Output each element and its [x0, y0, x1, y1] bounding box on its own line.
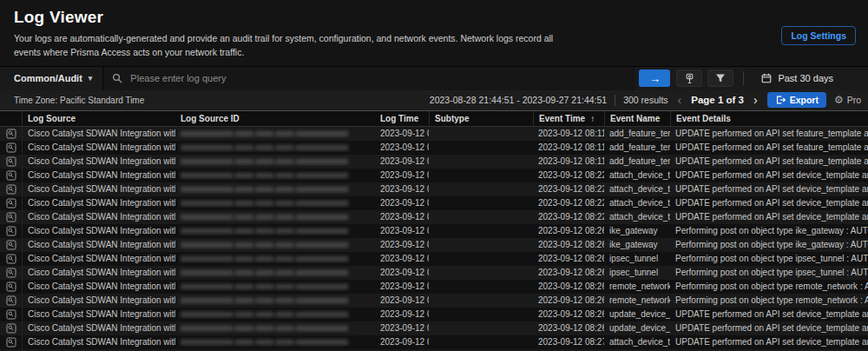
cell-log-time: 2023-09-12 0... [375, 184, 429, 194]
log-source-id-masked: xxxxxxxxxxxx-xxxx-xxxx-xxxx-xxxxxxxxxxxx [181, 142, 348, 152]
cell-event-name: add_feature_tem... [604, 142, 670, 152]
row-detail-button[interactable] [0, 210, 23, 224]
table-row[interactable]: Cisco Catalyst SDWAN Integration with Pr… [0, 238, 868, 252]
row-detail-button[interactable] [0, 266, 23, 280]
table-row[interactable]: Cisco Catalyst SDWAN Integration with Pr… [0, 210, 868, 224]
row-detail-button[interactable] [0, 238, 23, 252]
cell-log-source: Cisco Catalyst SDWAN Integration with Pr… [23, 295, 175, 305]
table-header-row: Log Source Log Source ID Log Time ≡ Subt… [0, 111, 868, 127]
view-log-details-icon [6, 129, 16, 139]
query-box [103, 67, 635, 90]
view-log-details-icon [6, 170, 16, 181]
table-row[interactable]: Cisco Catalyst SDWAN Integration with Pr… [0, 224, 868, 238]
row-detail-button[interactable] [0, 155, 23, 169]
cell-event-details: UPDATE performed on API set device_templ… [670, 309, 868, 319]
log-settings-button[interactable]: Log Settings [781, 26, 856, 45]
log-source-id-masked: xxxxxxxxxxxx-xxxx-xxxx-xxxx-xxxxxxxxxxxx [181, 309, 348, 319]
cell-event-details: UPDATE performed on API set feature_temp… [670, 142, 868, 152]
cell-event-details: Performing post on object type ipsec_tun… [670, 268, 868, 277]
table-row[interactable]: Cisco Catalyst SDWAN Integration with Pr… [0, 266, 868, 280]
run-query-button[interactable]: → [639, 70, 670, 87]
row-detail-button[interactable] [0, 252, 23, 266]
page-description: Your logs are automatically-generated an… [14, 32, 578, 60]
col-header-event-name[interactable]: Event Name [604, 111, 670, 126]
table-row[interactable]: Cisco Catalyst SDWAN Integration with Pr… [0, 169, 868, 182]
col-header-subtype[interactable]: Subtype [429, 111, 533, 126]
table-row[interactable]: Cisco Catalyst SDWAN Integration with Pr… [0, 294, 868, 308]
cell-log-source-id: xxxxxxxxxxxx-xxxx-xxxx-xxxx-xxxxxxxxxxxx [175, 142, 375, 152]
log-type-selector[interactable]: Common/Audit ▾ [0, 67, 103, 90]
row-detail-button[interactable] [0, 169, 23, 182]
export-button-label: Export [790, 95, 819, 105]
meta-right: 2023-08-28 21:44:51 - 2023-09-27 21:44:5… [430, 92, 861, 108]
cell-event-name: attach_device_te... [604, 212, 670, 222]
cell-event-details: UPDATE performed on API set device_templ… [670, 184, 868, 194]
event-details-text: UPDATE performed on API set feature_temp… [675, 156, 868, 166]
view-log-details-icon [6, 226, 16, 236]
row-detail-button[interactable] [0, 335, 23, 349]
cell-log-source-id: xxxxxxxxxxxx-xxxx-xxxx-xxxx-xxxxxxxxxxxx [175, 309, 375, 319]
col-header-event-time[interactable]: Event Time ↑ [533, 111, 604, 126]
log-source-id-masked: xxxxxxxxxxxx-xxxx-xxxx-xxxx-xxxxxxxxxxxx [181, 184, 348, 194]
col-header-log-source[interactable]: Log Source [23, 111, 175, 126]
col-header-log-source-id[interactable]: Log Source ID [175, 111, 375, 126]
time-range-selector[interactable]: Past 30 days [751, 73, 868, 83]
row-detail-button[interactable] [0, 182, 23, 196]
query-input[interactable] [128, 72, 627, 84]
cell-log-source-id: xxxxxxxxxxxx-xxxx-xxxx-xxxx-xxxxxxxxxxxx [175, 337, 375, 347]
profile-settings[interactable]: ⚙ Pro [834, 95, 861, 105]
row-detail-button[interactable] [0, 196, 23, 210]
view-log-details-icon [6, 212, 16, 222]
next-page-button[interactable]: › [752, 94, 760, 106]
event-details-text: Performing post on object type ike_gatew… [675, 226, 868, 235]
gear-icon: ⚙ [834, 95, 844, 105]
row-detail-button[interactable] [0, 321, 23, 335]
export-button[interactable]: Export [767, 92, 826, 108]
cell-event-details: Performing post on object type ike_gatew… [670, 226, 868, 235]
table-row[interactable]: Cisco Catalyst SDWAN Integration with Pr… [0, 280, 868, 294]
saved-query-button[interactable] [676, 70, 702, 87]
previous-page-button[interactable]: ‹ [676, 94, 684, 106]
col-header-log-time[interactable]: Log Time ≡ [375, 111, 429, 126]
filter-button[interactable] [707, 70, 733, 87]
table-row[interactable]: Cisco Catalyst SDWAN Integration with Pr… [0, 252, 868, 266]
cell-event-time: 2023-09-12 08:26:... [533, 281, 604, 291]
row-detail-button[interactable] [0, 127, 23, 141]
page-title: Log Viewer [14, 8, 854, 27]
row-detail-button[interactable] [0, 224, 23, 238]
table-row[interactable]: Cisco Catalyst SDWAN Integration with Pr… [0, 308, 868, 321]
log-source-id-masked: xxxxxxxxxxxx-xxxx-xxxx-xxxx-xxxxxxxxxxxx [181, 129, 348, 138]
cell-event-name: ipsec_tunnel [604, 268, 670, 277]
table-row[interactable]: Cisco Catalyst SDWAN Integration with Pr… [0, 141, 868, 155]
cell-log-source: Cisco Catalyst SDWAN Integration with Pr… [23, 309, 175, 319]
cell-log-source: Cisco Catalyst SDWAN Integration with Pr… [23, 281, 175, 291]
cell-event-time: 2023-09-12 08:26:... [533, 295, 604, 305]
cell-log-source-id: xxxxxxxxxxxx-xxxx-xxxx-xxxx-xxxxxxxxxxxx [175, 184, 375, 194]
cell-event-time: 2023-09-12 08:26:... [533, 240, 604, 249]
table-row[interactable]: Cisco Catalyst SDWAN Integration with Pr… [0, 182, 868, 196]
cell-event-name: add_feature_tem... [604, 156, 670, 166]
table-row[interactable]: Cisco Catalyst SDWAN Integration with Pr… [0, 155, 868, 169]
row-detail-button[interactable] [0, 308, 23, 321]
col-header-event-details[interactable]: Event Details [670, 111, 868, 126]
cell-log-time: 2023-09-12 0... [375, 129, 429, 138]
cell-log-source: Cisco Catalyst SDWAN Integration with Pr… [23, 129, 175, 138]
event-details-text: UPDATE performed on API set feature_temp… [675, 129, 868, 138]
cell-event-time: 2023-09-12 08:26:... [533, 268, 604, 277]
row-detail-button[interactable] [0, 280, 23, 294]
table-row[interactable]: Cisco Catalyst SDWAN Integration with Pr… [0, 321, 868, 335]
sort-ascending-icon: ↑ [590, 114, 595, 123]
event-details-text: Performing post on object type ipsec_tun… [675, 254, 868, 263]
cell-event-name: update_device_te... [604, 309, 670, 319]
event-details-text: UPDATE performed on API set device_templ… [675, 323, 868, 333]
cell-event-name: ike_gateway [604, 240, 670, 249]
cell-log-source: Cisco Catalyst SDWAN Integration with Pr… [23, 170, 175, 180]
table-row[interactable]: Cisco Catalyst SDWAN Integration with Pr… [0, 335, 868, 349]
table-row[interactable]: Cisco Catalyst SDWAN Integration with Pr… [0, 196, 868, 210]
filter-funnel-icon [715, 73, 726, 83]
row-detail-button[interactable] [0, 141, 23, 155]
cell-event-name: ipsec_tunnel [604, 254, 670, 263]
event-details-text: UPDATE performed on API set device_templ… [675, 309, 868, 319]
table-row[interactable]: Cisco Catalyst SDWAN Integration with Pr… [0, 127, 868, 141]
row-detail-button[interactable] [0, 294, 23, 308]
